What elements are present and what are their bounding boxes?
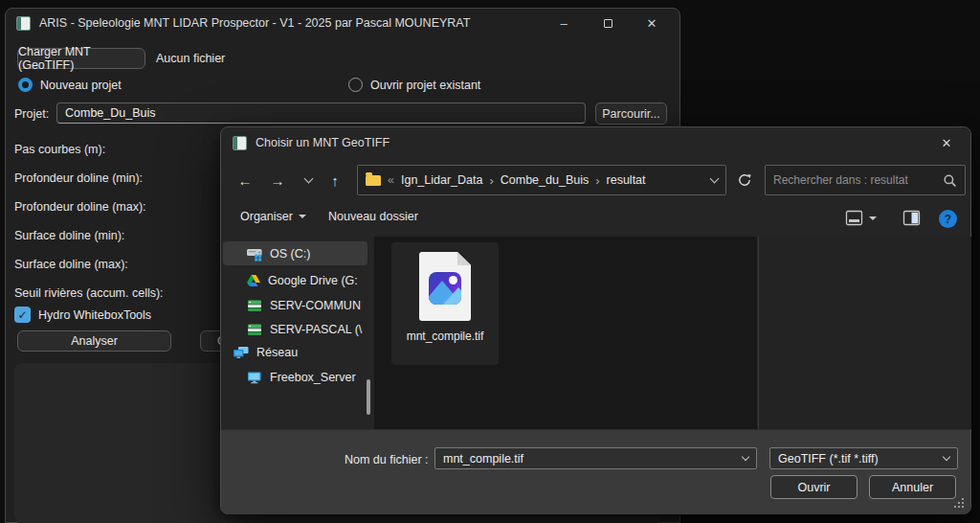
- app-icon: [16, 16, 31, 31]
- maximize-icon: [604, 19, 612, 28]
- nav-back-button[interactable]: ←: [233, 168, 257, 193]
- help-icon: ?: [939, 210, 957, 228]
- network-icon: [233, 346, 250, 359]
- load-mnt-button[interactable]: Charger MNT (GeoTIFF): [17, 48, 145, 69]
- browse-button[interactable]: Parcourir...: [595, 102, 667, 125]
- filetype-select[interactable]: GeoTIFF (*.tif *.tiff): [769, 447, 958, 469]
- open-button[interactable]: Ouvrir: [770, 475, 858, 499]
- organize-menu-label: Organiser: [240, 210, 293, 223]
- radio-selected-icon: [18, 78, 33, 92]
- chevron-down-icon: [303, 173, 313, 183]
- browse-button-label: Parcourir...: [602, 107, 659, 121]
- nav-recent-dropdown[interactable]: [296, 168, 321, 193]
- address-dropdown-icon[interactable]: [710, 174, 720, 184]
- caret-down-icon: [869, 216, 877, 220]
- view-mode-icon: [845, 210, 863, 226]
- sidebar-item-reseau[interactable]: Réseau: [223, 340, 368, 364]
- hydro-checkbox-label: Hydro WhiteboxTools: [38, 308, 151, 322]
- network-drive-icon: [246, 323, 263, 336]
- dialog-titlebar[interactable]: Choisir un MNT GeoTIFF ✕: [221, 127, 970, 158]
- sidebar-item-serv-pascal[interactable]: SERV-PASCAL (\: [223, 317, 368, 341]
- back-icon: ←: [238, 172, 253, 189]
- open-button-label: Ouvrir: [797, 481, 830, 494]
- sidebar-scrollbar[interactable]: [367, 379, 370, 415]
- radio-open-project[interactable]: Ouvrir projet existant: [348, 78, 480, 92]
- param-label-profondeur-min: Profondeur doline (min):: [14, 171, 143, 185]
- breadcrumb-overflow[interactable]: «: [388, 173, 394, 187]
- close-icon: ✕: [647, 16, 657, 31]
- sidebar-item-os-c[interactable]: OS (C:): [223, 241, 368, 265]
- breadcrumb-separator: ›: [489, 173, 493, 188]
- no-file-label: Aucun fichier: [156, 52, 225, 65]
- dialog-icon: [233, 136, 247, 150]
- minimize-button[interactable]: –: [542, 9, 586, 37]
- breadcrumb-separator: ›: [595, 173, 599, 188]
- dialog-toolbar: Organiser Nouveau dossier ?: [221, 202, 970, 237]
- close-icon: ✕: [942, 136, 952, 150]
- view-mode-button[interactable]: [845, 210, 877, 226]
- sidebar-item-label: OS (C:): [270, 247, 310, 261]
- cancel-button-label: Annuler: [892, 481, 933, 494]
- radio-new-project[interactable]: Nouveau projet: [18, 78, 122, 92]
- help-button[interactable]: ?: [939, 210, 957, 228]
- filename-input[interactable]: [443, 452, 737, 466]
- close-button[interactable]: ✕: [630, 9, 674, 37]
- param-label-pas-courbes: Pas courbes (m):: [14, 143, 105, 156]
- checkbox-checked-icon: ✓: [14, 307, 31, 323]
- places-sidebar: OS (C:) Google Drive (G: SERV-COMMUN: [221, 237, 371, 429]
- file-item-mnt-compile[interactable]: mnt_compile.tif: [391, 242, 499, 365]
- dialog-title: Choisir un MNT GeoTIFF: [256, 136, 390, 149]
- radio-new-project-label: Nouveau projet: [40, 79, 122, 92]
- caret-down-icon: [299, 215, 306, 218]
- param-label-surface-max: Surface doline (max):: [14, 258, 128, 271]
- sidebar-item-serv-commun[interactable]: SERV-COMMUN: [223, 293, 368, 317]
- cancel-button[interactable]: Annuler: [869, 475, 956, 499]
- network-drive-icon: [246, 299, 263, 312]
- chevron-down-icon[interactable]: [742, 453, 749, 461]
- nav-forward-button[interactable]: →: [265, 168, 290, 193]
- search-icon: [943, 173, 957, 188]
- folder-icon: [366, 175, 381, 186]
- chevron-down-icon: [943, 453, 950, 461]
- main-titlebar[interactable]: ARIS - Speleologie MNT LIDAR Prospector …: [6, 9, 679, 37]
- maximize-button[interactable]: [586, 9, 630, 37]
- sidebar-item-label: SERV-PASCAL (\: [270, 323, 362, 336]
- breadcrumb-item[interactable]: resultat: [607, 173, 646, 187]
- sidebar-item-label: SERV-COMMUN: [270, 299, 361, 312]
- filetype-value: GeoTIFF (*.tif *.tiff): [778, 452, 938, 466]
- search-input[interactable]: [773, 173, 943, 187]
- project-name-input[interactable]: [56, 102, 586, 124]
- refresh-button[interactable]: [732, 168, 757, 193]
- image-file-icon: [419, 252, 471, 321]
- file-dialog: Choisir un MNT GeoTIFF ✕ ← → ↑ « Ign_Lid…: [220, 126, 971, 514]
- organize-menu[interactable]: Organiser: [240, 210, 306, 223]
- minimize-icon: –: [560, 16, 567, 31]
- sidebar-item-freebox-server[interactable]: Freebox_Server: [223, 365, 368, 389]
- breadcrumb-item[interactable]: Combe_du_Buis: [501, 173, 589, 187]
- sidebar-item-label: Freebox_Server: [270, 371, 356, 384]
- dialog-body: OS (C:) Google Drive (G: SERV-COMMUN: [221, 237, 970, 429]
- project-label: Projet:: [14, 107, 49, 121]
- forward-icon: →: [271, 172, 285, 189]
- file-list[interactable]: mnt_compile.tif: [374, 237, 757, 429]
- filename-combo[interactable]: [434, 447, 757, 469]
- filename-label: Nom du fichier :: [345, 453, 429, 466]
- load-mnt-button-label: Charger MNT (GeoTIFF): [18, 45, 145, 72]
- param-label-surface-min: Surface doline (min):: [14, 229, 124, 242]
- nav-up-button[interactable]: ↑: [323, 168, 347, 193]
- preview-pane-icon: [902, 210, 921, 226]
- resize-grip-icon[interactable]: [955, 499, 964, 508]
- sidebar-item-google-drive[interactable]: Google Drive (G:: [223, 268, 368, 292]
- search-box[interactable]: [765, 165, 966, 195]
- address-bar[interactable]: « Ign_Lidar_Data › Combe_du_Buis › resul…: [357, 165, 726, 195]
- main-window-title: ARIS - Speleologie MNT LIDAR Prospector …: [39, 16, 470, 30]
- breadcrumb-item[interactable]: Ign_Lidar_Data: [401, 173, 482, 187]
- sidebar-item-label: Réseau: [256, 346, 298, 359]
- new-folder-button[interactable]: Nouveau dossier: [328, 210, 418, 223]
- computer-icon: [246, 371, 263, 384]
- param-label-profondeur-max: Profondeur doline (max):: [14, 200, 146, 214]
- hydro-checkbox[interactable]: ✓ Hydro WhiteboxTools: [14, 307, 151, 323]
- preview-pane-button[interactable]: [902, 210, 921, 226]
- analyze-button[interactable]: Analyser: [17, 330, 171, 352]
- dialog-close-button[interactable]: ✕: [926, 127, 967, 158]
